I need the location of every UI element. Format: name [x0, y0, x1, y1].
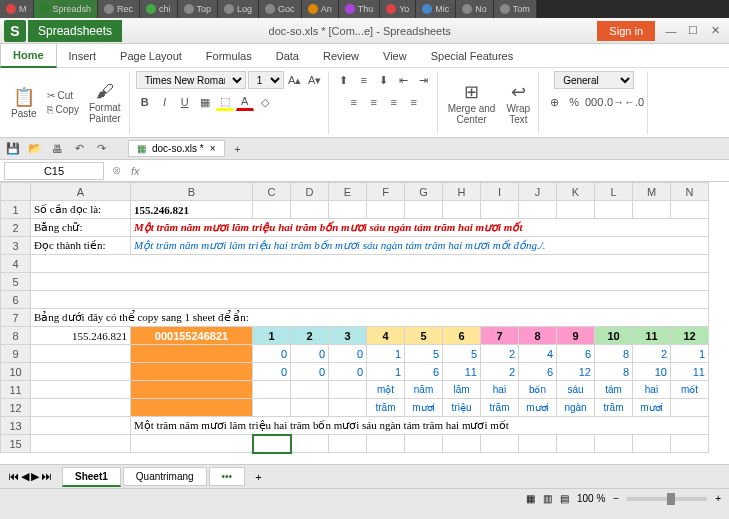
copy-button[interactable]: ⎘ Copy	[44, 103, 82, 116]
align-middle-icon[interactable]: ≡	[355, 71, 373, 89]
maximize-icon[interactable]: ☐	[683, 22, 703, 40]
app-logo[interactable]: S	[4, 20, 26, 42]
zoom-level[interactable]: 100 %	[577, 493, 605, 504]
save-icon[interactable]: 💾	[4, 140, 22, 158]
cancel-formula-icon[interactable]: ⊗	[108, 164, 125, 177]
add-sheet-icon[interactable]: +	[247, 471, 269, 483]
align-left-icon[interactable]: ≡	[345, 93, 363, 111]
cell-B1[interactable]: 155.246.821	[131, 201, 253, 219]
cell-B3[interactable]: Một trăm năm mươi lăm triệu hai trăm bốn…	[131, 237, 709, 255]
font-name-select[interactable]: Times New Roman	[136, 71, 246, 89]
merge-center-button[interactable]: ⊞Merge and Center	[444, 79, 500, 127]
percent-icon[interactable]: %	[565, 93, 583, 111]
number-format-select[interactable]: General	[554, 71, 634, 89]
align-top-icon[interactable]: ⬆	[335, 71, 353, 89]
signin-button[interactable]: Sign in	[597, 21, 655, 41]
first-sheet-icon[interactable]: ⏮	[8, 470, 19, 483]
browser-tab[interactable]: Rec	[98, 0, 140, 18]
align-bottom-icon[interactable]: ⬇	[375, 71, 393, 89]
paste-button[interactable]: 📋Paste	[7, 84, 41, 121]
font-size-select[interactable]: 11	[248, 71, 284, 89]
cell-B2[interactable]: Một trăm năm mươi lăm triệu hai trăm bốn…	[131, 219, 709, 237]
tab-view[interactable]: View	[371, 45, 419, 67]
tab-page-layout[interactable]: Page Layout	[108, 45, 194, 67]
comma-icon[interactable]: 000	[585, 93, 603, 111]
increase-font-icon[interactable]: A▴	[286, 71, 304, 89]
tab-special[interactable]: Special Features	[419, 45, 526, 67]
tab-formulas[interactable]: Formulas	[194, 45, 264, 67]
browser-tab[interactable]: M	[0, 0, 34, 18]
clear-format-button[interactable]: ◇	[256, 93, 274, 111]
browser-tab[interactable]: Spreadsh	[34, 0, 99, 18]
browser-tab[interactable]: No	[456, 0, 494, 18]
spreadsheet-grid[interactable]: ABCDEFGHIJKLMN 1Số cần đọc là:155.246.82…	[0, 182, 729, 464]
open-icon[interactable]: 📂	[26, 140, 44, 158]
align-right-icon[interactable]: ≡	[385, 93, 403, 111]
cell-A8[interactable]: 155.246.821	[31, 327, 131, 345]
cell-B13[interactable]: Một trăm năm mươi lăm triệu hai trăm bốn…	[131, 417, 709, 435]
zoom-in-icon[interactable]: +	[715, 493, 721, 504]
redo-icon[interactable]: ↷	[92, 140, 110, 158]
app-name: Spreadsheets	[28, 20, 122, 42]
browser-tab[interactable]: Tom	[494, 0, 537, 18]
decimal-inc-icon[interactable]: .0→	[605, 93, 623, 111]
border-button[interactable]: ▦	[196, 93, 214, 111]
name-box[interactable]	[4, 162, 104, 180]
print-icon[interactable]: 🖶	[48, 140, 66, 158]
decimal-dec-icon[interactable]: ←.0	[625, 93, 643, 111]
justify-icon[interactable]: ≡	[405, 93, 423, 111]
view-break-icon[interactable]: ▤	[560, 493, 569, 504]
tab-insert[interactable]: Insert	[57, 45, 109, 67]
document-tab[interactable]: ▦ doc-so.xls * ×	[128, 140, 225, 157]
browser-tab[interactable]: Yo	[380, 0, 416, 18]
zoom-slider[interactable]	[627, 497, 707, 501]
browser-tab[interactable]: Goc	[259, 0, 302, 18]
next-sheet-icon[interactable]: ▶	[31, 470, 39, 483]
view-layout-icon[interactable]: ▥	[543, 493, 552, 504]
tab-home[interactable]: Home	[0, 43, 57, 68]
close-icon[interactable]: ✕	[705, 22, 725, 40]
cell-A3[interactable]: Đọc thành tiền:	[31, 237, 131, 255]
browser-tab[interactable]: chi	[140, 0, 178, 18]
cell-A1[interactable]: Số cần đọc là:	[31, 201, 131, 219]
browser-tab[interactable]: Thu	[339, 0, 381, 18]
undo-icon[interactable]: ↶	[70, 140, 88, 158]
close-doc-icon[interactable]: ×	[210, 143, 216, 154]
formula-input[interactable]	[146, 161, 729, 180]
prev-sheet-icon[interactable]: ◀	[21, 470, 29, 483]
indent-decrease-icon[interactable]: ⇤	[395, 71, 413, 89]
selected-cell[interactable]	[253, 435, 291, 453]
format-painter-button[interactable]: 🖌Format Painter	[85, 79, 125, 126]
indent-increase-icon[interactable]: ⇥	[415, 71, 433, 89]
browser-tabs: M Spreadsh Rec chi Top Log Goc An Thu Yo…	[0, 0, 729, 18]
cut-button[interactable]: ✂ Cut	[44, 89, 82, 102]
minimize-icon[interactable]: —	[661, 22, 681, 40]
wrap-text-button[interactable]: ↩Wrap Text	[502, 79, 534, 127]
decrease-font-icon[interactable]: A▾	[306, 71, 324, 89]
cell-A7[interactable]: Bảng dưới đây có thể copy sang 1 sheet đ…	[31, 309, 709, 327]
cell-B8[interactable]: 000155246821	[131, 327, 253, 345]
browser-tab[interactable]: Log	[218, 0, 259, 18]
cell-A2[interactable]: Bằng chữ:	[31, 219, 131, 237]
underline-button[interactable]: U	[176, 93, 194, 111]
tab-data[interactable]: Data	[264, 45, 311, 67]
currency-icon[interactable]: ⊕	[545, 93, 563, 111]
browser-tab[interactable]: Top	[178, 0, 219, 18]
font-color-button[interactable]: A	[236, 93, 254, 111]
zoom-out-icon[interactable]: −	[613, 493, 619, 504]
view-normal-icon[interactable]: ▦	[526, 493, 535, 504]
sheet-tab-2[interactable]: Quantrimang	[123, 467, 207, 486]
last-sheet-icon[interactable]: ⏭	[41, 470, 52, 483]
bold-button[interactable]: B	[136, 93, 154, 111]
browser-tab[interactable]: Mic	[416, 0, 456, 18]
fill-color-button[interactable]: ⬚	[216, 93, 234, 111]
ribbon: 📋Paste ✂ Cut ⎘ Copy 🖌Format Painter Time…	[0, 68, 729, 138]
browser-tab[interactable]: An	[302, 0, 339, 18]
fx-icon[interactable]: fx	[125, 165, 146, 177]
sheet-tab-3[interactable]: •••	[209, 467, 246, 486]
tab-review[interactable]: Review	[311, 45, 371, 67]
sheet-tab-1[interactable]: Sheet1	[62, 467, 121, 487]
add-doc-icon[interactable]: +	[229, 140, 247, 158]
align-center-icon[interactable]: ≡	[365, 93, 383, 111]
italic-button[interactable]: I	[156, 93, 174, 111]
